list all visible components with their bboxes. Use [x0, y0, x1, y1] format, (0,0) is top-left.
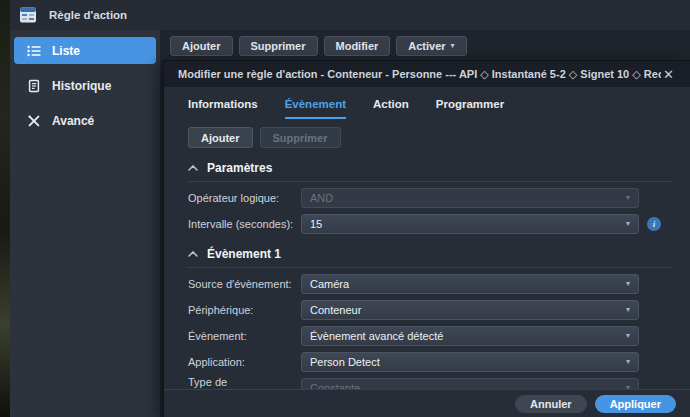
sidebar-item-label: Liste — [52, 44, 80, 58]
chevron-up-icon — [188, 165, 198, 171]
field-label: Type de déclenchement: — [188, 376, 301, 389]
advanced-tools-icon — [27, 114, 41, 128]
sidebar-item-label: Avancé — [52, 114, 94, 128]
tab-informations[interactable]: Informations — [188, 98, 258, 119]
sidebar-item-avance[interactable]: Avancé — [14, 107, 156, 134]
dialog-title: Modifier une règle d'action - Conteneur … — [178, 68, 661, 81]
select-value: 15 — [310, 218, 322, 230]
apply-button[interactable]: Appliquer — [595, 395, 676, 413]
logical-operator-select: AND ▾ — [301, 188, 639, 208]
form-row-intervalle: Intervalle (secondes): 15 ▾ i — [188, 214, 672, 234]
caret-down-icon: ▾ — [626, 194, 630, 202]
caret-down-icon: ▾ — [626, 332, 630, 340]
field-label: Application: — [188, 356, 301, 368]
caret-down-icon: ▾ — [626, 220, 630, 228]
select-value: Caméra — [310, 278, 349, 290]
tab-programmer[interactable]: Programmer — [436, 98, 504, 119]
close-button[interactable]: ✕ — [661, 67, 676, 82]
sidebar-item-label: Historique — [52, 79, 111, 93]
trigger-type-select: Constante ▾ — [301, 378, 639, 389]
section-title: Paramètres — [207, 161, 272, 175]
delete-rule-button[interactable]: Supprimer — [239, 36, 318, 56]
select-value: Person Detect — [310, 356, 380, 368]
dialog-header: Modifier une règle d'action - Conteneur … — [164, 61, 690, 87]
caret-down-icon: ▾ — [451, 42, 455, 50]
remove-event-button: Supprimer — [260, 127, 341, 148]
device-select[interactable]: Conteneur ▾ — [301, 300, 639, 320]
section-title: Évènement 1 — [207, 247, 281, 261]
add-event-button[interactable]: Ajouter — [188, 127, 253, 148]
form-row-operateur-logique: Opérateur logique: AND ▾ — [188, 188, 672, 208]
caret-down-icon: ▾ — [626, 306, 630, 314]
caret-down-icon: ▾ — [626, 358, 630, 366]
tab-evenement[interactable]: Évènement — [285, 98, 346, 119]
tab-action[interactable]: Action — [373, 98, 409, 119]
form-row-evenement: Évènement: Évènement avancé détecté ▾ — [188, 326, 672, 346]
event-source-select[interactable]: Caméra ▾ — [301, 274, 639, 294]
field-label: Source d'évènement: — [188, 278, 301, 290]
field-label: Intervalle (secondes): — [188, 218, 301, 230]
list-icon — [27, 44, 41, 58]
chevron-up-icon — [188, 251, 198, 257]
action-rule-app-icon — [19, 6, 37, 24]
field-label: Évènement: — [188, 330, 301, 342]
field-label: Périphérique: — [188, 304, 301, 316]
dialog-tabs: Informations Évènement Action Programmer — [188, 98, 672, 119]
caret-down-icon: ▾ — [626, 280, 630, 288]
select-value: Conteneur — [310, 304, 361, 316]
application-select[interactable]: Person Detect ▾ — [301, 352, 639, 372]
window-titlebar: Règle d'action — [10, 0, 690, 30]
event-select[interactable]: Évènement avancé détecté ▾ — [301, 326, 639, 346]
sidebar-item-liste[interactable]: Liste — [14, 37, 156, 64]
section-evenement-1: Évènement 1 Source d'évènement: Caméra ▾… — [188, 247, 672, 389]
list-toolbar: Ajouter Supprimer Modifier Activer ▾ — [170, 36, 467, 56]
select-value: AND — [310, 192, 333, 204]
event-actions: Ajouter Supprimer — [188, 127, 672, 148]
add-rule-button[interactable]: Ajouter — [170, 36, 233, 56]
surveillance-action-rule-window: Règle d'action Liste H — [0, 0, 690, 417]
sidebar-item-historique[interactable]: Historique — [14, 72, 156, 99]
activate-dropdown-button[interactable]: Activer ▾ — [396, 36, 466, 56]
desktop-background-sliver — [0, 0, 10, 417]
sidebar: Liste Historique Avancé — [10, 30, 160, 417]
select-value: Constante — [310, 382, 360, 389]
field-label: Opérateur logique: — [188, 192, 301, 204]
modify-rule-button[interactable]: Modifier — [324, 36, 391, 56]
info-icon[interactable]: i — [647, 217, 661, 231]
select-value: Évènement avancé détecté — [310, 330, 443, 342]
form-row-peripherique: Périphérique: Conteneur ▾ — [188, 300, 672, 320]
history-icon — [27, 79, 41, 93]
section-evenement-1-header[interactable]: Évènement 1 — [188, 247, 672, 268]
cancel-button[interactable]: Annuler — [515, 395, 587, 413]
edit-action-rule-dialog: Modifier une règle d'action - Conteneur … — [163, 60, 690, 417]
form-row-application: Application: Person Detect ▾ — [188, 352, 672, 372]
window-title: Règle d'action — [49, 9, 127, 21]
section-parametres: Paramètres Opérateur logique: AND ▾ Inte… — [188, 161, 672, 234]
interval-select[interactable]: 15 ▾ — [301, 214, 639, 234]
close-icon: ✕ — [663, 67, 674, 82]
form-row-source-evenement: Source d'évènement: Caméra ▾ — [188, 274, 672, 294]
form-row-type-declenchement: Type de déclenchement: Constante ▾ — [188, 378, 672, 389]
dialog-body: Informations Évènement Action Programmer… — [164, 87, 690, 389]
section-parametres-header[interactable]: Paramètres — [188, 161, 672, 182]
dialog-footer: Annuler Appliquer — [164, 389, 690, 417]
